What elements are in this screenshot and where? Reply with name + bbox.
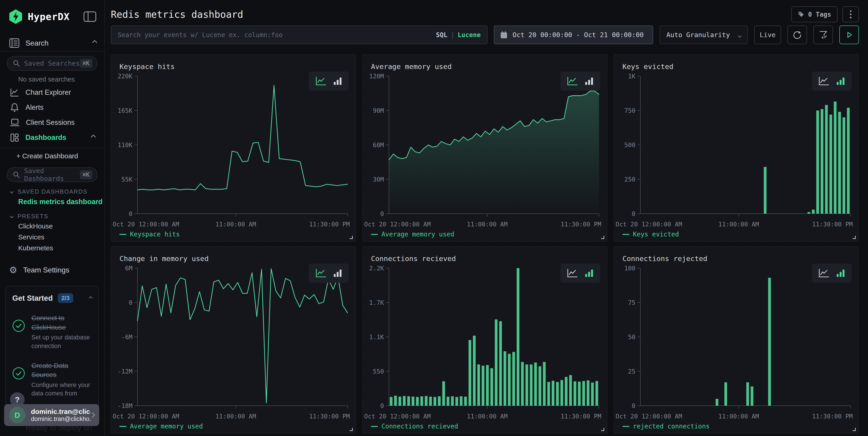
bar-chart-toggle[interactable]	[584, 268, 594, 278]
line-chart-toggle[interactable]	[315, 268, 327, 278]
resize-handle[interactable]	[349, 236, 353, 239]
svg-text:-6M: -6M	[121, 333, 132, 341]
filter-button[interactable]	[813, 26, 833, 44]
chart-canvas[interactable]: 6M0-6M-12M-18MOct 20 12:00:00 AM11:00:00…	[111, 265, 356, 425]
team-settings-item[interactable]: ⚙ Team Settings	[9, 265, 69, 275]
svg-text:0: 0	[380, 402, 384, 409]
chart-legend[interactable]: rejected connections	[622, 423, 710, 430]
more-options-button[interactable]	[842, 6, 859, 22]
preset-services[interactable]: Services	[18, 233, 44, 241]
svg-text:550: 550	[373, 368, 384, 375]
avatar: D	[9, 407, 26, 423]
sidebar-item-label: Alerts	[26, 104, 43, 112]
saved-dashboards-header[interactable]: SAVED DASHBOARDS	[10, 188, 87, 195]
sidebar-item-alerts[interactable]: Alerts	[0, 101, 104, 114]
saved-dashboards-input[interactable]: Saved Dashboards ⌘K	[7, 168, 97, 182]
chevron-up-icon[interactable]	[91, 135, 96, 140]
sidebar-section-search[interactable]: Search	[9, 36, 96, 50]
step-subtitle: Configure where your data comes from	[31, 381, 92, 398]
bar-chart-toggle[interactable]	[836, 76, 846, 86]
bar-chart-toggle[interactable]	[333, 268, 343, 278]
chart-canvas[interactable]: 220K165K110K55K0Oct 20 12:00:00 AM11:00:…	[111, 73, 356, 232]
step-title: Connect to ClickHouse	[31, 314, 92, 332]
main-content: Redis metrics dashboard 0 Tags Search yo…	[105, 0, 868, 436]
chart-title: Average memory used	[371, 62, 452, 70]
refresh-button[interactable]	[787, 26, 807, 44]
date-range-value: Oct 20 00:00:00 - Oct 21 00:00:00	[513, 31, 644, 39]
resize-handle[interactable]	[601, 236, 604, 239]
svg-text:1.7K: 1.7K	[369, 299, 384, 306]
sidebar-item-chart-explorer[interactable]: Chart Explorer	[0, 86, 104, 99]
get-started-step-data-sources[interactable]: Create Data Sources Configure where your…	[12, 361, 92, 398]
sidebar-item-client-sessions[interactable]: Client Sessions	[0, 116, 104, 129]
svg-text:0: 0	[632, 210, 636, 217]
search-section-icon	[9, 38, 20, 48]
svg-text:11:30:00 PM: 11:30:00 PM	[561, 221, 601, 228]
chart-legend[interactable]: Average memory used	[120, 423, 203, 430]
search-placeholder: Search your events w/ Lucene ex. column:…	[118, 31, 436, 39]
sidebar-item-dashboards[interactable]: Dashboards	[0, 131, 104, 144]
bar-chart-toggle[interactable]	[836, 268, 846, 278]
bar-chart-toggle[interactable]	[333, 76, 343, 86]
chart-legend[interactable]: Average memory used	[371, 231, 454, 238]
chart-canvas[interactable]: 120M90M60M30M0Oct 20 12:00:00 AM11:00:00…	[363, 73, 608, 232]
chevron-up-icon[interactable]	[89, 296, 93, 300]
chart-canvas[interactable]: 1K7505002500Oct 20 12:00:00 AM11:00:00 A…	[614, 73, 859, 232]
chart-legend[interactable]: Keys evicted	[622, 231, 679, 238]
svg-text:75: 75	[628, 299, 636, 306]
run-query-button[interactable]	[839, 26, 859, 44]
preset-clickhouse[interactable]: ClickHouse	[18, 222, 53, 230]
line-chart-toggle[interactable]	[818, 76, 830, 86]
chart-legend[interactable]: Keyspace hits	[120, 231, 180, 238]
chart-panel-connections-recieved: Connections recieved2.2K1.7K1.1K5500Oct …	[362, 246, 608, 434]
saved-searches-input[interactable]: Saved Searches ⌘K	[7, 56, 97, 70]
svg-text:25: 25	[628, 368, 636, 375]
preset-kubernetes[interactable]: Kubernetes	[18, 244, 53, 252]
user-menu[interactable]: D dominic.tran@clic... dominic.tran@clic…	[4, 404, 99, 426]
saved-searches-shortcut: ⌘K	[80, 59, 92, 68]
resize-handle[interactable]	[601, 428, 604, 431]
svg-text:0: 0	[129, 299, 132, 306]
chart-type-toggle	[309, 71, 349, 91]
charts-grid: Keyspace hits220K165K110K55K0Oct 20 12:0…	[111, 54, 859, 434]
svg-text:-12M: -12M	[118, 368, 132, 375]
line-chart-toggle[interactable]	[566, 76, 578, 86]
get-started-step-connect[interactable]: Connect to ClickHouse Set up your databa…	[12, 314, 92, 351]
chevron-down-icon	[738, 34, 742, 38]
bar-chart-toggle[interactable]	[584, 76, 594, 86]
presets-header[interactable]: PRESETS	[10, 213, 48, 220]
legend-swatch	[120, 234, 126, 235]
date-range-picker[interactable]: Oct 20 00:00:00 - Oct 21 00:00:00	[494, 26, 653, 44]
line-chart-toggle[interactable]	[566, 268, 578, 278]
granularity-select[interactable]: Auto Granularity	[659, 26, 748, 44]
saved-dashboard-redis-metrics[interactable]: Redis metrics dashboard	[18, 198, 102, 206]
resize-handle[interactable]	[349, 428, 353, 431]
app-name: HyperDX	[28, 11, 70, 22]
line-chart-toggle[interactable]	[818, 268, 830, 278]
svg-text:Oct 20 12:00:00 AM: Oct 20 12:00:00 AM	[616, 413, 682, 420]
chart-line-icon	[10, 88, 19, 97]
resize-handle[interactable]	[852, 236, 856, 239]
divider	[0, 148, 104, 148]
saved-dashboards-placeholder: Saved Dashboards	[24, 167, 80, 182]
filter-edit-icon	[818, 30, 828, 40]
saved-searches-placeholder: Saved Searches	[24, 59, 80, 67]
resize-handle[interactable]	[852, 428, 856, 431]
search-icon	[13, 60, 20, 67]
chart-canvas[interactable]: 2.2K1.7K1.1K5500Oct 20 12:00:00 AM11:00:…	[363, 265, 608, 425]
live-button[interactable]: Live	[754, 26, 781, 44]
chart-legend[interactable]: Connections recieved	[371, 423, 458, 430]
svg-text:165K: 165K	[118, 107, 133, 114]
chart-canvas[interactable]: 1007550250Oct 20 12:00:00 AM11:00:00 AM1…	[614, 265, 859, 425]
create-dashboard-button[interactable]: + Create Dashboard	[17, 152, 78, 160]
chevron-up-icon[interactable]	[92, 40, 97, 45]
chart-title: Connections rejected	[622, 255, 707, 263]
event-search-input[interactable]: Search your events w/ Lucene ex. column:…	[111, 26, 488, 44]
check-circle-icon	[12, 319, 25, 332]
line-chart-toggle[interactable]	[315, 76, 327, 86]
step-title: Create Data Sources	[31, 361, 92, 379]
collapse-sidebar-icon[interactable]	[83, 11, 96, 22]
sidebar-item-label: Chart Explorer	[26, 88, 71, 96]
query-language-toggle[interactable]: SQL|Lucene	[436, 31, 480, 39]
tags-button[interactable]: 0 Tags	[791, 6, 837, 22]
